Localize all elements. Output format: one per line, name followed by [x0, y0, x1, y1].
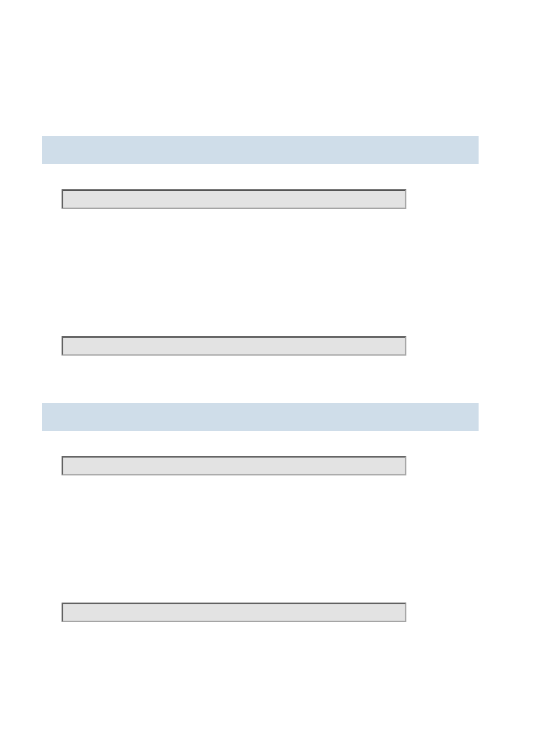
section-header [42, 403, 479, 431]
code-block [62, 456, 406, 475]
document-page [0, 0, 534, 756]
code-block [62, 189, 406, 209]
code-block [62, 336, 406, 356]
code-block [62, 603, 406, 622]
section-header [42, 136, 479, 164]
